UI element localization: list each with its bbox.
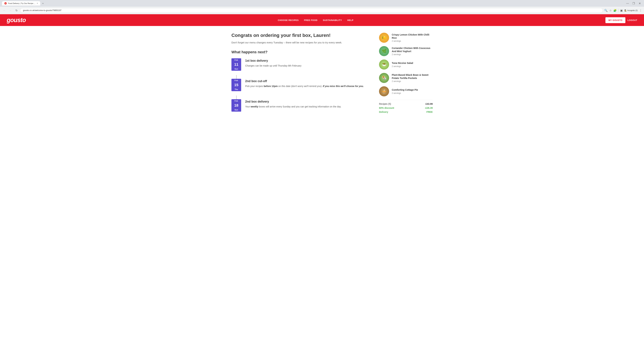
congrats-heading: Congrats on ordering your first box, Lau… xyxy=(232,33,369,38)
recipe-card-2: 🌿 Coriander Chicken With Couscous And Mi… xyxy=(379,46,433,56)
date-day-3: 18 xyxy=(232,103,241,108)
recipe-image-2: 🌿 xyxy=(379,46,389,56)
browser-nav-bar: ← → ↻ gousto.co.uk/welcome-to-gousto/798… xyxy=(0,7,644,14)
site-nav: gousto CHOOSE RECIPES FREE FOOD SUSTAINA… xyxy=(0,14,644,26)
tab-favicon: G xyxy=(4,2,7,4)
recipe-name-1: Crispy Lemon Chicken With Chilli Rice xyxy=(392,33,433,39)
date-box-1: Feb 11 Sun xyxy=(232,58,241,71)
recipe-servings-1: 2 servings xyxy=(392,40,433,42)
date-box-3: Feb 18 Sun xyxy=(232,99,241,112)
nav-link-free-food[interactable]: FREE FOOD xyxy=(304,19,318,21)
logout-button[interactable]: LOGOUT xyxy=(628,19,637,21)
back-button[interactable]: ← xyxy=(2,8,7,13)
date-day-1: 11 xyxy=(232,62,241,67)
browser-icons: 🔍 ☆ 🧩 ▣ 🕵️ Incognito (2) ⋮ xyxy=(604,9,642,12)
recipe-info-5: Comforting Cottage Pie 2 servings xyxy=(392,88,433,94)
incognito-badge[interactable]: 🕵️ Incognito (2) xyxy=(624,9,638,11)
recipe-emoji-2: 🌿 xyxy=(382,49,386,53)
address-bar[interactable]: gousto.co.uk/welcome-to-gousto/79850197 xyxy=(20,8,603,13)
recipe-image-4: 🌯 xyxy=(379,73,389,83)
forward-button[interactable]: → xyxy=(8,8,13,13)
timeline-content-1: 1st box delivery Changes can be made up … xyxy=(245,58,301,71)
timeline-title-1: 1st box delivery xyxy=(245,59,301,62)
tab-strip-bar: G Food Delivery | Try Our Recipe ... × +… xyxy=(0,0,644,7)
active-tab[interactable]: G Food Delivery | Try Our Recipe ... × xyxy=(2,1,40,5)
recipe-info-3: Tuna Nicoise Salad 2 servings xyxy=(392,61,433,67)
date-day-2: 15 xyxy=(232,82,241,88)
date-month-3: Feb xyxy=(232,99,241,103)
timeline-item-3: Feb 18 Sun 2nd box delivery Your weekly … xyxy=(232,99,369,112)
recipe-info-4: Plant-Based Black Bean & Sweet Potato To… xyxy=(392,73,433,82)
window-restore-button[interactable]: ❐ xyxy=(631,1,636,6)
main-layout: Congrats on ordering your first box, Lau… xyxy=(204,26,440,126)
recipes-label: Recipes (5) xyxy=(379,103,391,105)
congrats-subtext: Don't forget our menu changes every Tues… xyxy=(232,41,369,44)
search-icon[interactable]: 🔍 xyxy=(604,9,608,12)
date-weekday-2: Thu xyxy=(232,88,241,91)
summary-row-delivery: Delivery FREE xyxy=(379,111,433,113)
nav-link-choose-recipes[interactable]: CHOOSE RECIPES xyxy=(278,19,299,21)
recipe-card-1: 🍋 Crispy Lemon Chicken With Chilli Rice … xyxy=(379,33,433,43)
browser-chrome: G Food Delivery | Try Our Recipe ... × +… xyxy=(0,0,644,14)
date-box-2: Feb 15 Thu xyxy=(232,79,241,91)
timeline-item-2: Feb 15 Thu 2nd box cut-off Pick your rec… xyxy=(232,79,369,91)
tab-close-button[interactable]: × xyxy=(37,2,38,4)
delivery-label: Delivery xyxy=(379,111,388,113)
site-logo[interactable]: gousto xyxy=(7,16,26,24)
my-gousto-button[interactable]: MY GOUSTO xyxy=(606,17,626,23)
recipe-emoji-5: 🥧 xyxy=(382,89,386,93)
section-heading: What happens next? xyxy=(232,50,369,54)
incognito-label: Incognito (2) xyxy=(628,9,638,11)
tab-strip: G Food Delivery | Try Our Recipe ... × + xyxy=(2,1,45,5)
nav-link-help[interactable]: HELP xyxy=(347,19,354,21)
favicon-letter: G xyxy=(5,3,6,4)
recipe-servings-3: 2 servings xyxy=(392,65,433,67)
recipe-image-5: 🥧 xyxy=(379,86,389,96)
date-month-2: Feb xyxy=(232,79,241,82)
recipe-info-1: Crispy Lemon Chicken With Chilli Rice 2 … xyxy=(392,33,433,42)
sidebar-toggle-icon[interactable]: ▣ xyxy=(620,9,623,12)
refresh-button[interactable]: ↻ xyxy=(14,8,19,13)
timeline-desc-2: Pick your recipes before 12pm on this da… xyxy=(245,84,364,88)
recipe-servings-2: 2 servings xyxy=(392,53,433,56)
menu-icon[interactable]: ⋮ xyxy=(639,9,642,12)
timeline-desc-1: Changes can be made up until Thursday 8t… xyxy=(245,64,301,67)
recipe-image-1: 🍋 xyxy=(379,33,389,43)
order-summary: Recipes (5) £43.99 60% discount -£26.39 … xyxy=(379,100,433,113)
date-weekday-1: Sun xyxy=(232,67,241,71)
nav-links: CHOOSE RECIPES FREE FOOD SUSTAINABILITY … xyxy=(278,19,354,21)
recipe-card-4: 🌯 Plant-Based Black Bean & Sweet Potato … xyxy=(379,73,433,83)
content-area: Congrats on ordering your first box, Lau… xyxy=(232,33,369,120)
timeline: Feb 11 Sun 1st box delivery Changes can … xyxy=(232,58,369,112)
sidebar: 🍋 Crispy Lemon Chicken With Chilli Rice … xyxy=(379,33,433,120)
summary-row-discount: 60% discount -£26.39 xyxy=(379,107,433,109)
recipe-info-2: Coriander Chicken With Couscous And Mint… xyxy=(392,46,433,55)
new-tab-button[interactable]: + xyxy=(41,1,45,5)
recipe-name-3: Tuna Nicoise Salad xyxy=(392,61,433,64)
window-minimize-button[interactable]: — xyxy=(625,1,630,6)
nav-actions: MY GOUSTO LOGOUT xyxy=(606,17,637,23)
timeline-content-3: 2nd box delivery Your weekly boxes will … xyxy=(245,99,341,112)
extensions-icon[interactable]: 🧩 xyxy=(613,9,617,12)
recipe-emoji-4: 🌯 xyxy=(382,76,386,80)
bookmark-icon[interactable]: ☆ xyxy=(609,9,612,12)
recipe-emoji-3: 🥗 xyxy=(382,62,386,67)
summary-row-recipes: Recipes (5) £43.99 xyxy=(379,103,433,105)
nav-link-sustainability[interactable]: SUSTAINABILITY xyxy=(323,19,342,21)
divider xyxy=(618,9,618,12)
recipe-servings-4: 2 servings xyxy=(392,80,433,82)
timeline-title-3: 2nd box delivery xyxy=(245,100,341,103)
recipe-servings-5: 2 servings xyxy=(392,92,433,94)
tab-title: Food Delivery | Try Our Recipe ... xyxy=(8,2,36,4)
recipe-emoji-1: 🍋 xyxy=(382,35,386,40)
timeline-title-2: 2nd box cut-off xyxy=(245,79,364,83)
recipe-name-4: Plant-Based Black Bean & Sweet Potato To… xyxy=(392,73,433,79)
discount-value: -£26.39 xyxy=(425,107,433,109)
window-close-button[interactable]: ✕ xyxy=(637,1,642,6)
recipe-card-3: 🥗 Tuna Nicoise Salad 2 servings xyxy=(379,59,433,69)
recipe-name-2: Coriander Chicken With Couscous And Mint… xyxy=(392,46,433,53)
incognito-icon: 🕵️ xyxy=(624,9,627,11)
recipe-card-5: 🥧 Comforting Cottage Pie 2 servings xyxy=(379,86,433,96)
timeline-desc-3: Your weekly boxes will arrive every Sund… xyxy=(245,105,341,108)
recipe-name-5: Comforting Cottage Pie xyxy=(392,88,433,91)
